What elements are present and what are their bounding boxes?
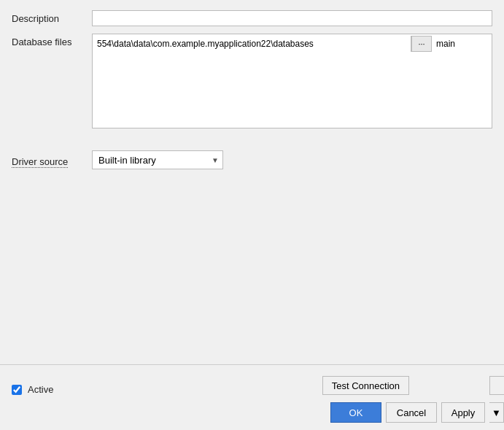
bottom-bar: Active Test Connection OK Cancel Apply ▼ bbox=[0, 364, 504, 430]
active-row: Active bbox=[12, 384, 53, 395]
description-input[interactable] bbox=[92, 10, 492, 26]
driver-source-wrapper: Built-in library Custom library ▼ bbox=[92, 150, 223, 169]
driver-source-label: Driver source bbox=[12, 153, 92, 167]
ok-button[interactable]: OK bbox=[330, 402, 381, 423]
active-label: Active bbox=[28, 384, 53, 395]
apply-button[interactable]: Apply bbox=[441, 402, 485, 423]
test-connection-extra-button[interactable] bbox=[489, 376, 504, 395]
driver-source-select[interactable]: Built-in library Custom library bbox=[92, 150, 223, 169]
description-label: Description bbox=[12, 10, 92, 24]
db-files-label: Database files bbox=[12, 34, 92, 47]
db-files-row: Database files ··· bbox=[12, 34, 492, 128]
db-files-container: ··· bbox=[92, 34, 492, 128]
db-alias-input[interactable] bbox=[432, 36, 490, 52]
cancel-button[interactable]: Cancel bbox=[386, 402, 437, 423]
db-file-path-input[interactable] bbox=[94, 36, 411, 52]
apply-dropdown-button[interactable]: ▼ bbox=[489, 402, 504, 423]
driver-source-row: Driver source Built-in library Custom li… bbox=[12, 150, 492, 169]
dialog-buttons: OK Cancel Apply ▼ bbox=[330, 402, 504, 423]
browse-button[interactable]: ··· bbox=[411, 36, 432, 52]
active-checkbox[interactable] bbox=[12, 385, 22, 395]
test-connection-button[interactable]: Test Connection bbox=[322, 376, 409, 395]
description-row: Description bbox=[12, 10, 492, 26]
